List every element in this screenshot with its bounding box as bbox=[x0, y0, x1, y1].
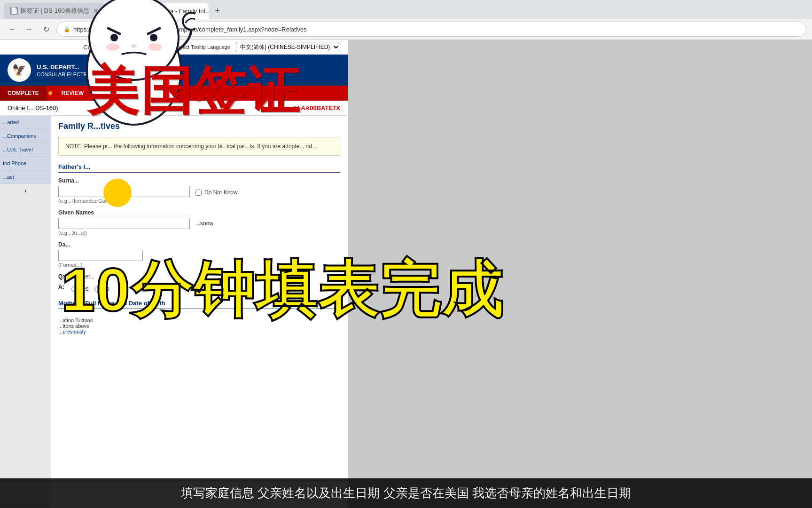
tab1-close[interactable]: ✕ bbox=[93, 7, 99, 15]
language-select[interactable]: 中文(简体) (CHINESE-SIMPLIFIED) bbox=[236, 42, 340, 52]
reload-button[interactable]: ↻ bbox=[39, 23, 53, 36]
step-review[interactable]: REVIEW bbox=[54, 86, 91, 101]
forward-button[interactable]: → bbox=[23, 23, 36, 36]
no-radio[interactable] bbox=[94, 286, 101, 292]
app-id-section: Application ID AA00BATE7X bbox=[262, 104, 340, 111]
given-names-hint: (e.g., Ju...el) bbox=[58, 230, 340, 236]
online-label: Online I... DS-160) bbox=[8, 104, 58, 111]
step-dot1 bbox=[48, 91, 52, 95]
browser-chrome: 📄 国签证 | DS-160表格信息 ✕ 🌐 Nonimmigrant Visa… bbox=[0, 0, 812, 40]
no-label: No bbox=[102, 286, 109, 292]
mother-section-title: Mother's Full Name and Date of Birth bbox=[58, 300, 340, 309]
form-header: Online I... DS-160) Application ID AA00B… bbox=[0, 101, 348, 116]
contact-us-link[interactable]: Contact Us bbox=[83, 44, 113, 51]
tab-bar: 📄 国签证 | DS-160表格信息 ✕ 🌐 Nonimmigrant Visa… bbox=[0, 0, 812, 19]
sidebar-item-companions[interactable]: ...Companions bbox=[0, 129, 51, 143]
lock-icon: 🔒 bbox=[63, 26, 70, 32]
sidebar: ...arted ...Companions ...U.S. Travel In… bbox=[0, 116, 51, 507]
page-top-nav: Contact Us | Help | Exit Select Tooltip … bbox=[0, 40, 348, 55]
tab-1[interactable]: 📄 国签证 | DS-160表格信息 ✕ bbox=[4, 3, 105, 19]
question-q-label: Q: bbox=[58, 273, 68, 280]
step-complete[interactable]: COMPLETE bbox=[0, 86, 47, 101]
app-id-value: AA00BATE7X bbox=[301, 104, 340, 111]
webpage-panel: Contact Us | Help | Exit Select Tooltip … bbox=[0, 40, 348, 508]
note-text: NOTE: Please pr... the following informa… bbox=[65, 143, 317, 150]
given-do-not-know: ...know bbox=[195, 220, 213, 227]
dob-input[interactable] bbox=[58, 250, 143, 261]
tab2-favicon: 🌐 bbox=[112, 7, 119, 15]
dob-label: Da... bbox=[58, 241, 340, 248]
app-id-label: Application ID bbox=[262, 104, 299, 111]
step-sign[interactable]: SIGN bbox=[99, 86, 127, 101]
yes-no-radio: Yes No bbox=[71, 286, 109, 292]
given-names-input[interactable] bbox=[58, 218, 190, 229]
tab2-label: Nonimmigrant Visa - Family Inf... bbox=[122, 8, 209, 15]
do-not-know-label: Do Not Know bbox=[204, 189, 238, 196]
surname-label: Surna... bbox=[58, 177, 340, 184]
nav-buttons-section: ...ation Buttons ...ttons above ...previ… bbox=[58, 314, 340, 338]
no-option[interactable]: No bbox=[94, 286, 109, 292]
tab1-favicon: 📄 bbox=[10, 7, 18, 15]
surname-hint: (e.g., Hernandez Garcia) bbox=[58, 198, 340, 204]
nav-note: ...ttons above bbox=[58, 323, 340, 329]
yes-label: Yes bbox=[79, 286, 89, 292]
eagle-seal: 🦅 bbox=[8, 58, 31, 82]
steps-nav: COMPLETE REVIEW SIGN bbox=[0, 86, 348, 101]
dob-hint: (Format...) bbox=[58, 262, 340, 268]
right-panel bbox=[348, 40, 812, 508]
surname-row: Surna... Do Not Know (e.g., Hernandez Ga… bbox=[58, 177, 340, 204]
step-complete-label: COMPLETE bbox=[8, 90, 39, 96]
main-content: Family R...tives NOTE: Please pr... the … bbox=[51, 116, 348, 507]
answer-row: A: Yes No bbox=[58, 284, 340, 292]
sidebar-item-act[interactable]: ...act bbox=[0, 170, 51, 184]
yes-option[interactable]: Yes bbox=[71, 286, 89, 292]
dob-row: Da... (Format...) bbox=[58, 241, 340, 268]
page-body: ...arted ...Companions ...U.S. Travel In… bbox=[0, 116, 348, 507]
address-text: https://ceac.sta...gov/GenNI...eneral/co… bbox=[73, 26, 307, 33]
nav-buttons-label: ...ation Buttons bbox=[58, 318, 340, 323]
page-title: Family R...tives bbox=[58, 121, 340, 131]
father-section-title: Father's I... bbox=[58, 163, 340, 173]
do-not-know-checkbox[interactable] bbox=[195, 190, 202, 196]
note-box: NOTE: Please pr... the following informa… bbox=[58, 137, 340, 156]
state-dept-header: 🦅 U.S. DEPART... CONSULAR ELECTRO... bbox=[0, 55, 348, 86]
separator2: | bbox=[145, 44, 146, 51]
exit-link[interactable]: Exit bbox=[152, 44, 162, 51]
sidebar-item-ind-phone[interactable]: Ind Phone bbox=[0, 157, 51, 170]
address-bar-row: ← → ↻ 🔒 https://ceac.sta...gov/GenNI...e… bbox=[0, 19, 812, 40]
new-tab-button[interactable]: + bbox=[211, 4, 225, 18]
dept-sub: CONSULAR ELECTRO... bbox=[37, 71, 95, 77]
sidebar-item-started[interactable]: ...arted bbox=[0, 116, 51, 129]
form-ref: DS-160) bbox=[35, 104, 58, 111]
back-button[interactable]: ← bbox=[6, 23, 19, 36]
help-link[interactable]: Help bbox=[126, 44, 139, 51]
tooltip-label: Select Tooltip Language bbox=[175, 44, 230, 50]
sidebar-item-us-travel[interactable]: ...U.S. Travel bbox=[0, 143, 51, 157]
tab1-label: 国签证 | DS-160表格信息 bbox=[21, 7, 89, 15]
nav-prev[interactable]: ...previously bbox=[58, 329, 340, 334]
given-names-label: Given Names bbox=[58, 209, 340, 216]
yes-radio[interactable] bbox=[71, 286, 78, 292]
step-dot2 bbox=[93, 91, 97, 95]
step-sign-label: SIGN bbox=[106, 90, 120, 96]
step-review-label: REVIEW bbox=[62, 90, 84, 96]
tab-2[interactable]: 🌐 Nonimmigrant Visa - Family Inf... ✕ bbox=[105, 3, 209, 19]
dept-name: U.S. DEPART... bbox=[37, 63, 95, 71]
question-text: Is...ther... bbox=[71, 273, 94, 280]
given-names-row: Given Names ...know (e.g., Ju...el) bbox=[58, 209, 340, 236]
answer-a-label: A: bbox=[58, 284, 68, 290]
sidebar-arrow[interactable]: › bbox=[0, 184, 51, 197]
separator1: | bbox=[119, 44, 121, 51]
address-field[interactable]: 🔒 https://ceac.sta...gov/GenNI...eneral/… bbox=[56, 22, 806, 37]
question-row: Q: Is...ther... bbox=[58, 273, 340, 280]
do-not-know-row: Do Not Know bbox=[195, 189, 238, 196]
content-area: Contact Us | Help | Exit Select Tooltip … bbox=[0, 40, 812, 508]
surname-input[interactable] bbox=[58, 186, 190, 197]
